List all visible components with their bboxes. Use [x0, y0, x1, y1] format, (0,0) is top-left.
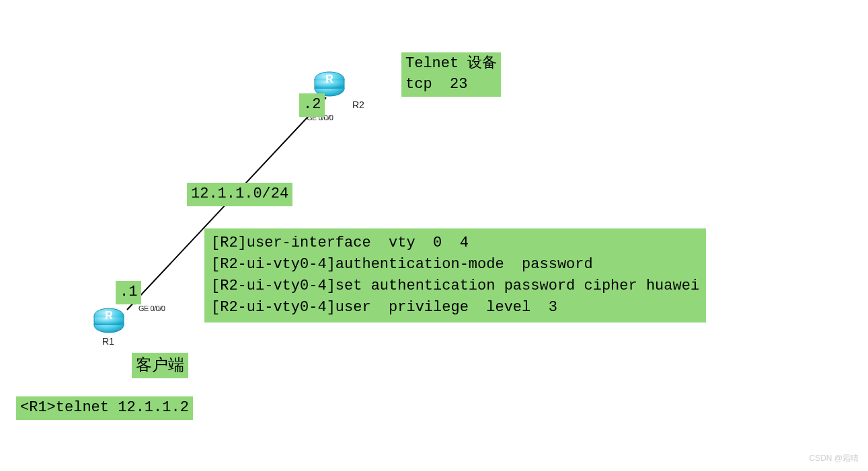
title-line2: tcp 23	[405, 76, 467, 93]
watermark: CSDN @霜晴	[809, 453, 859, 464]
cfg-line-3: [R2-ui-vty0-4]set authentication passwor…	[211, 277, 699, 294]
router-r1-port: GE 0/0/0	[139, 304, 165, 312]
cfg-line-4: [R2-ui-vty0-4]user privilege level 3	[211, 299, 557, 316]
router-r1: R	[93, 305, 125, 333]
client-label: 客户端	[132, 353, 188, 378]
r1-host-suffix: .1	[116, 281, 141, 304]
router-icon: R	[93, 305, 125, 333]
router-icon: R	[313, 69, 346, 97]
r2-config-block: [R2]user-interface vty 0 4 [R2-ui-vty0-4…	[204, 228, 706, 323]
topology-canvas: R R2 GE 0/0/0 R R1 GE 0/0/0 Telnet 设备 tc…	[0, 0, 868, 471]
title-line1: Telnet 设备	[405, 55, 497, 72]
svg-text:R: R	[105, 310, 113, 321]
svg-text:R: R	[325, 73, 333, 85]
r2-host-suffix: .2	[299, 93, 325, 117]
router-r1-name: R1	[102, 336, 114, 347]
cfg-line-1: [R2]user-interface vty 0 4	[211, 234, 469, 251]
r1-command: <R1>telnet 12.1.1.2	[16, 396, 193, 420]
title-box: Telnet 设备 tcp 23	[401, 52, 501, 97]
router-r2: R	[313, 69, 346, 97]
network-label: 12.1.1.0/24	[187, 183, 292, 206]
router-r2-name: R2	[352, 99, 364, 110]
cfg-line-2: [R2-ui-vty0-4]authentication-mode passwo…	[211, 256, 593, 273]
